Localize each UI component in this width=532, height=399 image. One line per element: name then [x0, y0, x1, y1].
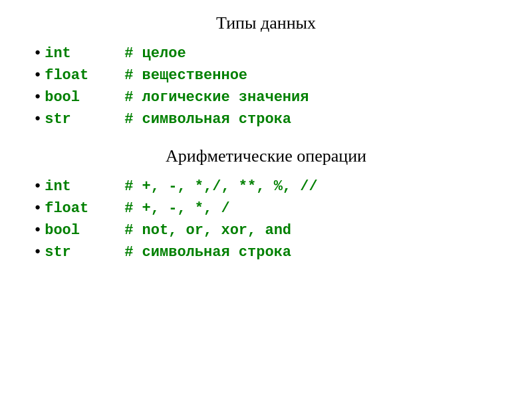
keyword-str-1: str	[45, 111, 111, 128]
comment-str-2: # символьная строка	[124, 244, 291, 261]
keyword-bool-2: bool	[45, 222, 111, 239]
keyword-int-1: int	[45, 45, 111, 62]
list-item: • float # +, -, *, /	[33, 200, 499, 217]
bullet-icon: •	[33, 178, 42, 195]
list-item: • str # символьная строка	[33, 111, 499, 128]
bullet-icon: •	[33, 244, 42, 261]
bullet-icon: •	[33, 45, 42, 62]
list-item: • float # вещественное	[33, 67, 499, 84]
comment-int-1: # целое	[124, 45, 186, 62]
bullet-icon: •	[33, 67, 42, 84]
section2-title-container: Арифметические операции	[166, 146, 366, 178]
list-item: • int # +, -, *,/, **, %, //	[33, 178, 499, 195]
list-item: • bool # not, or, xor, and	[33, 222, 499, 239]
bullet-icon: •	[33, 200, 42, 217]
comment-str-1: # символьная строка	[124, 111, 291, 128]
bullet-icon: •	[33, 222, 42, 239]
keyword-float-2: float	[45, 200, 111, 217]
section1-title-container: Типы данных	[216, 13, 316, 45]
section2-list: • int # +, -, *,/, **, %, // • float # +…	[33, 178, 499, 266]
comment-bool-2: # not, or, xor, and	[124, 222, 291, 239]
list-item: • str # символьная строка	[33, 244, 499, 261]
comment-float-1: # вещественное	[124, 67, 247, 84]
keyword-bool-1: bool	[45, 89, 111, 106]
bullet-icon: •	[33, 89, 42, 106]
section1-title: Типы данных	[216, 13, 316, 33]
bullet-icon: •	[33, 111, 42, 128]
keyword-str-2: str	[45, 244, 111, 261]
list-item: • bool # логические значения	[33, 89, 499, 106]
keyword-int-2: int	[45, 178, 111, 195]
comment-bool-1: # логические значения	[124, 89, 309, 106]
section1-list: • int # целое • float # вещественное • b…	[33, 45, 499, 133]
comment-float-2: # +, -, *, /	[124, 200, 229, 217]
section2-title: Арифметические операции	[166, 146, 366, 166]
keyword-float-1: float	[45, 67, 111, 84]
list-item: • int # целое	[33, 45, 499, 62]
comment-int-2: # +, -, *,/, **, %, //	[124, 178, 317, 195]
